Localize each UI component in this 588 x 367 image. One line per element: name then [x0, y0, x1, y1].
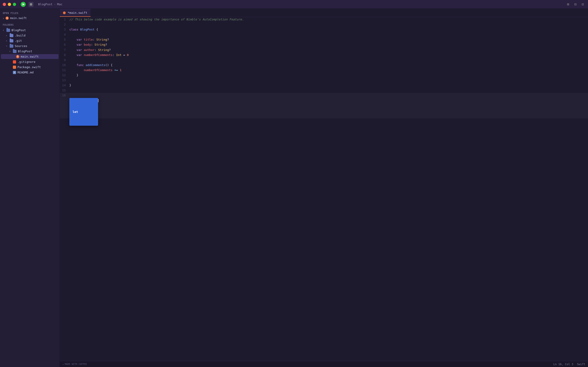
- code-table: 1 // This below code example is aimed at…: [60, 17, 588, 118]
- status-bar: ☕ MADE WITH COFFEE Ln 16, Col 3 Swift: [60, 361, 588, 367]
- table-row: 9: [60, 58, 588, 63]
- line-number: 8: [60, 52, 69, 58]
- tree-item-label: .build: [15, 34, 26, 37]
- autocomplete-item-let[interactable]: let: [69, 109, 98, 115]
- line-number: 2: [60, 22, 69, 27]
- folder-open-icon: [10, 44, 13, 48]
- chevron-right-icon: ▸: [6, 40, 8, 42]
- tree-item-label: README.md: [17, 71, 34, 74]
- cursor: [98, 99, 99, 102]
- line-code: var body: String?: [69, 42, 588, 47]
- title-bar-actions: ⊞ ⊟ ⊡: [565, 2, 585, 7]
- split-icon[interactable]: ⊡: [580, 2, 585, 7]
- tree-item-build[interactable]: ▸ .build: [1, 33, 59, 38]
- line-code: [69, 78, 588, 83]
- table-row: 11 numberOfComments += 1: [60, 68, 588, 73]
- maximize-button[interactable]: [13, 3, 16, 6]
- tree-item-label: .gitignore: [17, 60, 35, 64]
- table-row: 4: [60, 32, 588, 37]
- table-row: 15: [60, 88, 588, 93]
- cursor-position: Ln 16, Col 3: [553, 363, 573, 366]
- breadcrumb-item-mac[interactable]: Mac: [57, 2, 62, 6]
- minimize-button[interactable]: [8, 3, 11, 6]
- swift-file-icon: S: [16, 55, 19, 58]
- close-button[interactable]: [3, 3, 6, 6]
- tree-item-git[interactable]: ▸ .git: [1, 38, 59, 43]
- table-row: 3 class BlogPost {: [60, 27, 588, 32]
- line-code: func addComments() {: [69, 63, 588, 68]
- line-code: var author: String?: [69, 48, 588, 52]
- tree-item-gitignore[interactable]: .gitignore: [1, 59, 59, 64]
- tree-item-label: .git: [15, 39, 22, 42]
- table-row: 8 var numberOfComments: Int = 0: [60, 52, 588, 58]
- table-row: 6 var body: String?: [60, 42, 588, 47]
- line-number: 14: [60, 83, 69, 88]
- panel-icon[interactable]: ⊟: [573, 2, 578, 7]
- close-file-icon[interactable]: ✕: [3, 17, 4, 19]
- git-file-icon: [13, 60, 16, 64]
- tree-item-label: BlogPost: [18, 50, 32, 53]
- layout-icon[interactable]: ⊞: [565, 2, 571, 7]
- table-row: 12 }: [60, 73, 588, 78]
- line-number: 15: [60, 88, 69, 93]
- tree-item-readme[interactable]: M README.md: [1, 70, 59, 75]
- table-row: 7 var author: String?: [60, 48, 588, 52]
- line-code: [69, 88, 588, 93]
- table-row: 5 var title: String?: [60, 37, 588, 42]
- line-number: 10: [60, 63, 69, 68]
- breadcrumb-sep: ›: [54, 2, 56, 6]
- status-right: Ln 16, Col 3 Swift: [553, 363, 585, 366]
- language-indicator: Swift: [577, 363, 585, 366]
- folder-open-icon: [13, 50, 17, 53]
- tree-item-blogpost-sub[interactable]: ▾ BlogPost: [1, 49, 59, 54]
- swift-icon: S: [6, 17, 9, 20]
- tree-item-main-swift[interactable]: S main.swift: [1, 54, 59, 59]
- line-number: 12: [60, 73, 69, 78]
- line-code: [69, 58, 588, 63]
- line-code: [69, 32, 588, 37]
- line-code: var numberOfComments: Int = 0: [69, 52, 588, 58]
- chevron-down-icon: ▾: [9, 50, 11, 52]
- autocomplete-popup[interactable]: let: [69, 98, 98, 125]
- table-row: 2: [60, 22, 588, 27]
- line-number: 13: [60, 78, 69, 83]
- tab-main-swift[interactable]: *main.swift: [60, 9, 91, 17]
- tree-item-label: main.swift: [21, 55, 39, 58]
- play-button[interactable]: [21, 2, 26, 7]
- chevron-down-icon: ▾: [6, 45, 8, 47]
- tree-item-blogpost-root[interactable]: ▾ BlogPost: [1, 28, 59, 33]
- line-number: 6: [60, 42, 69, 47]
- tree-item-label: BlogPost: [11, 28, 26, 32]
- chevron-down-icon: ▾: [3, 29, 5, 31]
- table-row: 14 }: [60, 83, 588, 88]
- editor-area: *main.swift 1 // This below code example…: [60, 9, 588, 367]
- open-files-label: OPEN FILES: [0, 9, 60, 16]
- made-with-coffee: ☕ MADE WITH COFFEE: [62, 363, 87, 365]
- line-code: // This below code example is aimed at s…: [69, 17, 588, 22]
- line-number: 3: [60, 27, 69, 32]
- line-code: }: [69, 73, 588, 78]
- folder-open-icon: [6, 29, 10, 32]
- tree-item-sources[interactable]: ▾ Sources: [1, 44, 59, 48]
- breadcrumb-item-blogpost[interactable]: BlogPost: [38, 2, 52, 6]
- status-left: ☕ MADE WITH COFFEE: [62, 363, 87, 365]
- line-number: 5: [60, 37, 69, 42]
- line-code-active: le let: [69, 93, 588, 118]
- tree-item-package-swift[interactable]: Package.swift: [1, 65, 59, 69]
- code-editor[interactable]: 1 // This below code example is aimed at…: [60, 17, 588, 361]
- tree-item-label: Sources: [15, 44, 27, 48]
- folder-icon: [10, 34, 13, 37]
- line-number: 7: [60, 48, 69, 52]
- tab-label: *main.swift: [68, 11, 87, 15]
- window-controls[interactable]: [3, 3, 16, 6]
- line-number: 1: [60, 17, 69, 22]
- open-file-name: main.swift: [10, 17, 27, 20]
- line-code: numberOfComments += 1: [69, 68, 588, 73]
- md-file-icon: M: [13, 71, 16, 74]
- open-file-main-swift[interactable]: ✕ S main.swift: [0, 16, 60, 20]
- title-bar: BlogPost › Mac ⊞ ⊟ ⊡: [0, 0, 588, 9]
- package-file-icon: [13, 66, 16, 69]
- table-row: 13: [60, 78, 588, 83]
- stop-button[interactable]: [28, 2, 34, 7]
- tree-item-label: Package.swift: [17, 65, 41, 69]
